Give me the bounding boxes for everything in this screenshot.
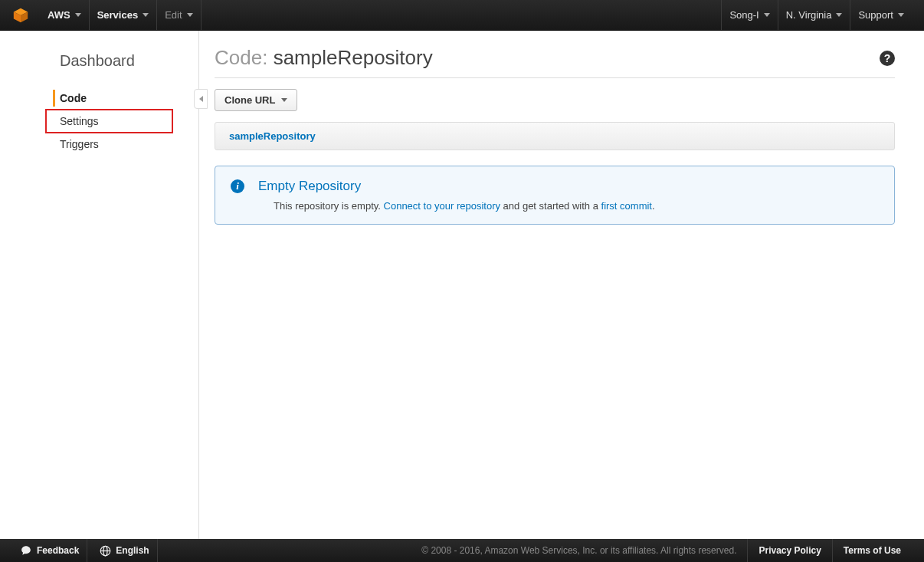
aws-menu[interactable]: AWS [40, 0, 90, 30]
language-selector[interactable]: English [92, 539, 157, 562]
clone-url-button[interactable]: Clone URL [215, 89, 297, 111]
empty-repo-notice: i Empty Repository This repository is em… [215, 166, 895, 225]
chat-icon [20, 545, 32, 556]
sidebar-item-label: Settings [60, 115, 99, 127]
feedback-label: Feedback [37, 545, 79, 556]
chevron-down-icon [281, 98, 287, 102]
first-commit-link[interactable]: first commit [601, 200, 652, 212]
chevron-down-icon [143, 13, 149, 17]
info-text-2: and get started with a [500, 200, 601, 212]
region-menu-label: N. Virginia [786, 9, 832, 21]
chevron-down-icon [764, 13, 770, 17]
sidebar-item-settings[interactable]: Settings [46, 110, 172, 133]
breadcrumb-repo-link[interactable]: sampleRepository [229, 130, 316, 142]
page-title: Code: sampleRepository [215, 46, 433, 70]
page-title-prefix: Code: [215, 46, 267, 69]
chevron-down-icon [75, 13, 81, 17]
sidebar-item-code[interactable]: Code [0, 87, 198, 110]
info-heading: Empty Repository [258, 179, 361, 194]
chevron-down-icon [836, 13, 842, 17]
privacy-policy-link[interactable]: Privacy Policy [747, 539, 831, 562]
user-menu-label: Song-I [729, 9, 759, 21]
collapse-sidebar-button[interactable] [194, 89, 208, 109]
top-navbar: AWS Services Edit Song-I N. Virginia Sup… [0, 0, 924, 31]
sidebar-item-label: Triggers [60, 138, 99, 150]
breadcrumb: sampleRepository [215, 122, 895, 150]
terms-of-use-link[interactable]: Terms of Use [832, 539, 912, 562]
main-content: Code: sampleRepository ? Clone URL sampl… [199, 31, 924, 539]
sidebar: Dashboard Code Settings Triggers [0, 31, 199, 539]
feedback-link[interactable]: Feedback [12, 539, 87, 562]
sidebar-item-label: Code [60, 92, 87, 104]
aws-menu-label: AWS [48, 9, 70, 21]
aws-logo-icon[interactable] [12, 7, 29, 24]
clone-url-label: Clone URL [224, 94, 275, 106]
services-menu-label: Services [97, 9, 139, 21]
globe-icon [100, 545, 111, 557]
sidebar-item-triggers[interactable]: Triggers [0, 133, 198, 156]
copyright: © 2008 - 2016, Amazon Web Services, Inc.… [421, 545, 747, 556]
help-icon[interactable]: ? [880, 51, 895, 66]
sidebar-title: Dashboard [0, 52, 198, 81]
footer: Feedback English © 2008 - 2016, Amazon W… [0, 539, 924, 562]
support-menu-label: Support [858, 9, 893, 21]
chevron-down-icon [187, 13, 193, 17]
edit-menu-label: Edit [165, 9, 182, 21]
language-label: English [116, 545, 149, 556]
info-icon: i [231, 179, 244, 193]
services-menu[interactable]: Services [90, 0, 158, 30]
region-menu[interactable]: N. Virginia [778, 0, 850, 30]
support-menu[interactable]: Support [850, 0, 912, 30]
info-body: This repository is empty. Connect to you… [231, 200, 879, 212]
chevron-down-icon [898, 13, 904, 17]
user-menu[interactable]: Song-I [721, 0, 777, 30]
repository-name: sampleRepository [274, 46, 433, 69]
edit-menu[interactable]: Edit [157, 0, 201, 30]
info-text-3: . [652, 200, 655, 212]
info-text-1: This repository is empty. [274, 200, 384, 212]
connect-repo-link[interactable]: Connect to your repository [384, 200, 500, 212]
